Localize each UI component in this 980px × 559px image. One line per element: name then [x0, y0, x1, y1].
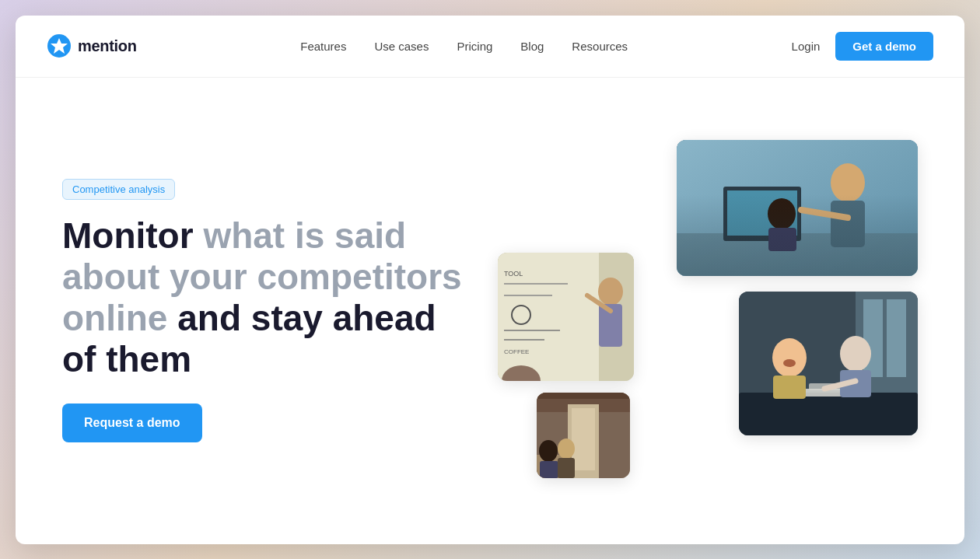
- hero-image-main: [677, 140, 918, 276]
- svg-rect-29: [739, 393, 918, 435]
- svg-rect-6: [727, 190, 797, 236]
- svg-rect-40: [537, 393, 630, 399]
- svg-point-34: [783, 359, 796, 367]
- nav-features[interactable]: Features: [300, 40, 346, 53]
- svg-rect-42: [572, 408, 595, 470]
- get-demo-button[interactable]: Get a demo: [835, 32, 933, 61]
- svg-rect-33: [773, 376, 806, 399]
- hero-image-mid-left: TOOL COFFEE: [498, 253, 634, 381]
- hero-image-small: [537, 393, 630, 478]
- nav-right: Login Get a demo: [792, 32, 933, 61]
- svg-rect-5: [723, 187, 801, 241]
- svg-rect-10: [768, 228, 796, 251]
- svg-text:COFFEE: COFFEE: [504, 348, 529, 355]
- svg-point-35: [840, 336, 871, 372]
- nav-pricing[interactable]: Pricing: [457, 40, 492, 53]
- svg-rect-28: [887, 299, 906, 377]
- competitive-analysis-badge: Competitive analysis: [62, 179, 175, 200]
- image-grid: TOOL COFFEE: [498, 140, 918, 482]
- svg-rect-47: [558, 458, 575, 478]
- nav-links: Features Use cases Pricing Blog Resource…: [300, 40, 628, 53]
- navbar: mention Features Use cases Pricing Blog …: [16, 16, 964, 78]
- svg-rect-45: [540, 461, 558, 478]
- logo[interactable]: mention: [47, 33, 137, 58]
- svg-point-32: [772, 338, 807, 377]
- svg-point-21: [598, 278, 623, 306]
- hero-headline: Monitor what is said about your competit…: [62, 215, 467, 380]
- logo-text: mention: [78, 37, 137, 55]
- request-demo-button[interactable]: Request a demo: [62, 404, 202, 442]
- svg-rect-4: [677, 233, 918, 276]
- hero-left: Competitive analysis Monitor what is sai…: [62, 179, 467, 442]
- logo-icon: [47, 33, 72, 58]
- nav-resources[interactable]: Resources: [572, 40, 628, 53]
- svg-point-44: [539, 440, 558, 462]
- headline-part1: Monitor: [62, 215, 194, 256]
- svg-line-11: [801, 210, 848, 218]
- hero-right: TOOL COFFEE: [498, 78, 918, 544]
- nav-use-cases[interactable]: Use cases: [374, 40, 429, 53]
- svg-point-7: [831, 163, 865, 202]
- nav-blog[interactable]: Blog: [520, 40, 544, 53]
- svg-text:TOOL: TOOL: [504, 270, 523, 278]
- hero-image-mid-right: [739, 292, 918, 435]
- svg-point-9: [768, 198, 796, 229]
- svg-point-46: [558, 438, 575, 459]
- login-link[interactable]: Login: [792, 40, 821, 53]
- svg-rect-8: [831, 201, 865, 247]
- svg-rect-3: [677, 140, 918, 276]
- hero-section: Competitive analysis Monitor what is sai…: [16, 78, 964, 544]
